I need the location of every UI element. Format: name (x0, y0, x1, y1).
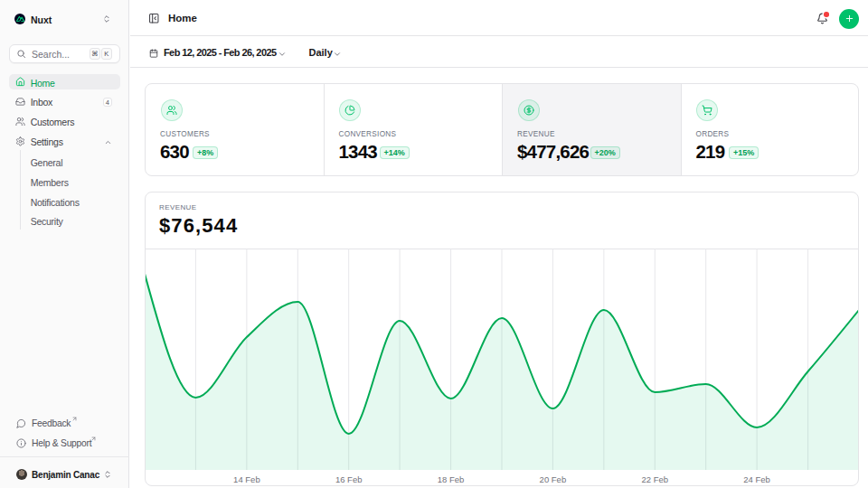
svg-text:18 Feb: 18 Feb (438, 474, 465, 484)
svg-text:22 Feb: 22 Feb (642, 474, 669, 484)
svg-text:16 Feb: 16 Feb (335, 474, 363, 484)
svg-text:20 Feb: 20 Feb (540, 474, 567, 484)
svg-text:14 Feb: 14 Feb (233, 474, 260, 484)
svg-text:24 Feb: 24 Feb (743, 474, 770, 484)
